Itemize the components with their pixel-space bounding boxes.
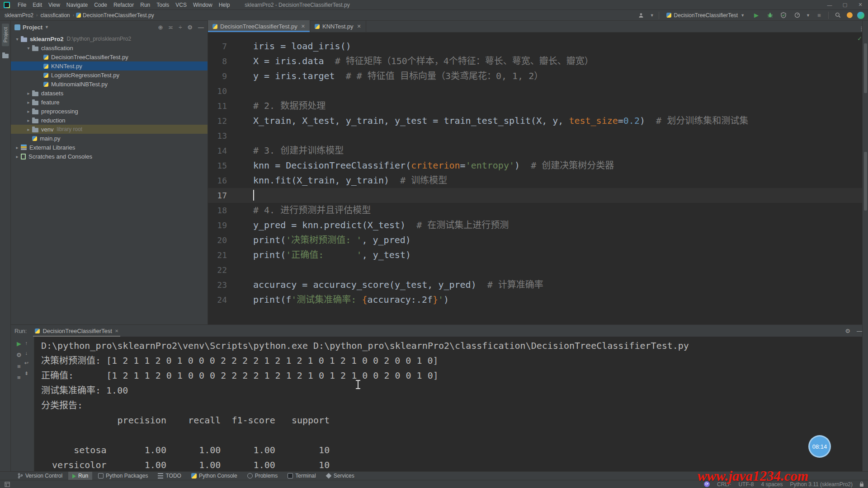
- chevron-right-icon[interactable]: ▸: [14, 154, 21, 159]
- up-stack-icon[interactable]: ↑: [25, 340, 28, 346]
- updates-notification-icon[interactable]: [847, 12, 853, 18]
- chevron-down-icon[interactable]: ▼: [806, 13, 810, 18]
- menu-run[interactable]: Run: [137, 0, 153, 10]
- rerun-button[interactable]: ▶: [17, 340, 21, 347]
- toolwindow-todo[interactable]: TODO: [154, 472, 185, 480]
- code-line-18[interactable]: 18# 4. 进行预测并且评估模型: [208, 203, 868, 218]
- code-line-11[interactable]: 11# 2. 数据预处理: [208, 99, 868, 113]
- project-panel-title[interactable]: Project ▼: [14, 24, 49, 31]
- tree-item-datasets[interactable]: ▸datasets: [11, 89, 208, 98]
- code-line-23[interactable]: 23accuracy = accuracy_score(y_test, y_pr…: [208, 277, 868, 292]
- menu-vcs[interactable]: VCS: [172, 0, 190, 10]
- menu-refactor[interactable]: Refactor: [110, 0, 137, 10]
- tree-item-logisticregressiontest-py[interactable]: LogisticRegressionTest.py: [11, 70, 208, 80]
- code-line-22[interactable]: 22: [208, 263, 868, 277]
- run-console[interactable]: D:\python_pro\sklearnPro2\venv\Scripts\p…: [34, 337, 868, 471]
- code-line-10[interactable]: 10: [208, 84, 868, 99]
- chevron-right-icon[interactable]: ▸: [25, 91, 32, 96]
- search-everywhere-icon[interactable]: [833, 11, 842, 20]
- tree-item-main-py[interactable]: main.py: [11, 134, 208, 143]
- code-line-19[interactable]: 19y_pred = knn.predict(X_test) # 在测试集上进行…: [208, 218, 868, 233]
- settings-gear-icon[interactable]: ⚙: [187, 24, 193, 31]
- run-configuration-select[interactable]: DecisionTreeClassifierTest ▼: [664, 11, 748, 19]
- breadcrumb-file[interactable]: DecisionTreeClassifierTest.py: [76, 12, 154, 19]
- layout-icon[interactable]: [5, 482, 10, 487]
- chevron-right-icon[interactable]: ▸: [14, 145, 21, 150]
- code-line-13[interactable]: 13: [208, 128, 868, 143]
- run-with-coverage-button[interactable]: [779, 11, 788, 20]
- soft-wrap-icon[interactable]: ≡: [17, 374, 21, 381]
- tool-stub[interactable]: [864, 43, 867, 93]
- project-tool-stub[interactable]: Project: [2, 23, 9, 46]
- tree-item-knntest-py[interactable]: KNNTest.py: [11, 61, 208, 70]
- toolwindow-python-console[interactable]: Python Console: [187, 472, 241, 480]
- profiler-button[interactable]: [793, 11, 802, 20]
- chevron-right-icon[interactable]: ▸: [25, 109, 32, 114]
- toolwindow-python-packages[interactable]: Python Packages: [94, 472, 152, 480]
- stop-button[interactable]: ■: [815, 11, 824, 20]
- tree-item-multinomialnbtest-py[interactable]: MultinomialNBTest.py: [11, 80, 208, 89]
- chevron-down-icon[interactable]: ▾: [25, 46, 32, 51]
- toolwindow-run[interactable]: Run: [68, 472, 92, 480]
- tree-item-decisiontreeclassifiertest-py[interactable]: DecisionTreeClassifierTest.py: [11, 52, 208, 61]
- menu-navigate[interactable]: Navigate: [63, 0, 91, 10]
- wrench-icon[interactable]: ⚙: [16, 352, 22, 358]
- menu-view[interactable]: View: [45, 0, 63, 10]
- run-tab[interactable]: DecisionTreeClassifierTest ✕: [31, 325, 122, 337]
- user-avatar[interactable]: [857, 12, 864, 19]
- stop-button[interactable]: ■: [17, 363, 21, 370]
- split-icon[interactable]: ÷: [179, 24, 182, 31]
- code-area[interactable]: ✓ 7iris = load_iris()8X = iris.data # 特征…: [208, 33, 868, 324]
- lock-icon[interactable]: [860, 483, 863, 487]
- code-with-me-users-icon[interactable]: [637, 11, 646, 20]
- code-line-16[interactable]: 16knn.fit(X_train, y_train) # 训练模型: [208, 173, 868, 188]
- folder-tool-stub-icon[interactable]: [2, 54, 9, 58]
- chevron-down-icon[interactable]: ▾: [14, 37, 21, 42]
- toolwindow-problems[interactable]: Problems: [243, 472, 282, 480]
- scroll-to-end-icon[interactable]: ⇟: [24, 371, 28, 376]
- run-button[interactable]: ▶: [752, 11, 761, 20]
- menu-code[interactable]: Code: [91, 0, 110, 10]
- editor-tab-knntest-py[interactable]: KNNTest.py✕: [310, 20, 366, 32]
- tree-item-external-libraries[interactable]: ▸External Libraries: [11, 143, 208, 152]
- return-icon[interactable]: ↩: [24, 360, 28, 366]
- close-icon[interactable]: ✕: [357, 23, 361, 29]
- chevron-right-icon[interactable]: ▸: [25, 100, 32, 105]
- breadcrumb-package[interactable]: classfication: [39, 12, 71, 19]
- menu-help[interactable]: Help: [216, 0, 233, 10]
- code-line-21[interactable]: 21print('正确值: ', y_test): [208, 248, 868, 263]
- collapse-all-icon[interactable]: ≍: [168, 24, 173, 31]
- code-line-7[interactable]: 7iris = load_iris(): [208, 39, 868, 54]
- locate-icon[interactable]: ⊕: [158, 24, 163, 31]
- close-button[interactable]: ✕: [853, 0, 868, 10]
- code-line-24[interactable]: 24print(f'测试集准确率: {accuracy:.2f}'): [208, 292, 868, 307]
- close-icon[interactable]: ✕: [301, 23, 305, 29]
- toolwindow-services[interactable]: Services: [322, 472, 359, 480]
- code-line-9[interactable]: 9y = iris.target # # 特征值 目标向量（3类鸢尾花：0, 1…: [208, 69, 868, 84]
- code-line-8[interactable]: 8X = iris.data # 特征矩阵（150个样本，4个特征：萼长、萼宽、…: [208, 54, 868, 69]
- code-line-20[interactable]: 20print('决策树预测值: ', y_pred): [208, 233, 868, 248]
- debug-button[interactable]: [765, 11, 774, 20]
- code-line-17[interactable]: 17: [208, 188, 868, 203]
- hide-icon[interactable]: —: [198, 24, 204, 31]
- editor-tab-decisiontreeclassifiertest-py[interactable]: DecisionTreeClassifierTest.py✕: [208, 20, 310, 32]
- menu-edit[interactable]: Edit: [29, 0, 45, 10]
- chevron-right-icon[interactable]: ▸: [25, 118, 32, 123]
- menu-tools[interactable]: Tools: [153, 0, 172, 10]
- settings-gear-icon[interactable]: ⚙: [845, 328, 850, 334]
- tool-stub[interactable]: [864, 152, 867, 211]
- tree-item-feature[interactable]: ▸feature: [11, 98, 208, 107]
- tree-item-preprocessing[interactable]: ▸preprocessing: [11, 107, 208, 116]
- toolwindow-terminal[interactable]: Terminal: [283, 472, 320, 480]
- tree-item-scratches-and-consoles[interactable]: ▸Scratches and Consoles: [11, 152, 208, 161]
- maximize-button[interactable]: ▢: [837, 0, 853, 10]
- tree-item-sklearnpro2[interactable]: ▾sklearnPro2D:\python_pro\sklearnPro2: [11, 34, 208, 43]
- code-line-14[interactable]: 14# 3. 创建并训练模型: [208, 143, 868, 158]
- breadcrumb-project[interactable]: sklearnPro2: [4, 12, 34, 19]
- chevron-right-icon[interactable]: ▸: [25, 127, 32, 132]
- code-line-12[interactable]: 12X_train, X_test, y_train, y_test = tra…: [208, 113, 868, 128]
- tree-item-classfication[interactable]: ▾classfication: [11, 43, 208, 52]
- toolwindow-version-control[interactable]: Version Control: [14, 472, 66, 480]
- minimize-button[interactable]: —: [822, 0, 837, 10]
- tree-item-reduction[interactable]: ▸reduction: [11, 116, 208, 125]
